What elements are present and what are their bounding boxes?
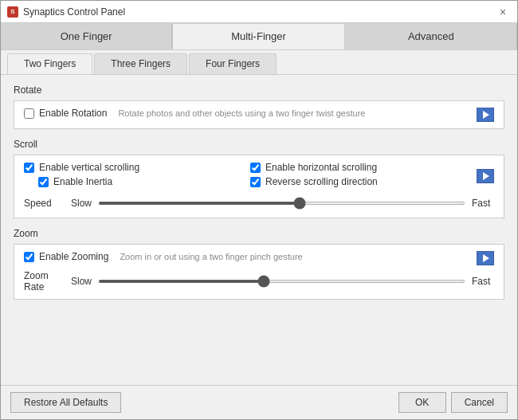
scroll-right-col: Enable horizontal scrolling Reverse scro…	[250, 162, 477, 190]
content-area: Two Fingers Three Fingers Four Fingers R…	[1, 50, 517, 385]
window-title: Synaptics Control Panel	[23, 6, 125, 18]
restore-defaults-button[interactable]: Restore All Defaults	[10, 392, 121, 413]
enable-inertia-row: Enable Inertia	[38, 176, 250, 187]
app-icon: S	[7, 6, 18, 18]
scroll-box: Enable vertical scrolling Enable Inertia	[14, 155, 504, 218]
title-bar-left: S Synaptics Control Panel	[7, 6, 125, 18]
rotate-video-icon[interactable]	[477, 108, 494, 122]
play-icon	[483, 111, 489, 119]
zoom-rate-row: Zoom Rate Slow Fast	[24, 270, 494, 292]
zoom-description: Zoom in or out using a two finger pinch …	[120, 252, 302, 261]
enable-horizontal-label: Enable horizontal scrolling	[265, 162, 377, 173]
zoom-rate-slider[interactable]	[98, 280, 465, 283]
zoom-section: Zoom Enable Zooming Zoom in or out using…	[14, 228, 504, 300]
app-window: S Synaptics Control Panel × One Finger M…	[0, 0, 518, 420]
reverse-scrolling-checkbox[interactable]	[250, 177, 261, 187]
scroll-play-icon	[483, 172, 489, 180]
reverse-scrolling-label: Reverse scrolling direction	[265, 176, 378, 187]
rotate-box: Enable Rotation Rotate photos and other …	[14, 100, 504, 129]
zoom-fast-label: Fast	[472, 276, 494, 287]
scroll-left-col: Enable vertical scrolling Enable Inertia	[24, 162, 250, 190]
scroll-title: Scroll	[14, 139, 504, 150]
enable-rotation-checkbox[interactable]	[24, 108, 34, 119]
enable-zooming-label: Enable Zooming	[39, 251, 108, 262]
rotate-video-btn[interactable]	[477, 108, 494, 122]
scroll-video-btn[interactable]	[477, 169, 494, 183]
enable-inertia-label: Enable Inertia	[53, 176, 112, 187]
enable-vertical-label: Enable vertical scrolling	[39, 162, 139, 173]
scroll-checkboxes: Enable vertical scrolling Enable Inertia	[24, 162, 477, 190]
tab-one-finger[interactable]: One Finger	[1, 23, 172, 49]
zoom-play-icon	[483, 254, 489, 262]
sub-tabs: Two Fingers Three Fingers Four Fingers	[1, 50, 517, 75]
enable-zooming-row: Enable Zooming Zoom in or out using a tw…	[24, 251, 477, 262]
enable-horizontal-checkbox[interactable]	[250, 163, 261, 173]
sub-tab-three-fingers[interactable]: Three Fingers	[94, 53, 187, 74]
bottom-bar: Restore All Defaults OK Cancel	[1, 385, 517, 419]
sub-tab-four-fingers[interactable]: Four Fingers	[189, 53, 277, 74]
zoom-box: Enable Zooming Zoom in or out using a tw…	[14, 244, 504, 300]
zoom-video-icon-wrapper	[477, 251, 494, 265]
scroll-top-row: Enable vertical scrolling Enable Inertia	[24, 162, 494, 190]
scroll-speed-slider-container	[98, 195, 465, 211]
enable-rotation-label: Enable Rotation	[39, 108, 107, 119]
rotate-row: Enable Rotation Rotate photos and other …	[24, 108, 494, 122]
tab-advanced[interactable]: Advanced	[345, 23, 517, 49]
enable-horizontal-row: Enable horizontal scrolling	[250, 162, 477, 173]
speed-slow-label: Slow	[66, 198, 92, 209]
ok-button[interactable]: OK	[398, 392, 446, 413]
close-button[interactable]: ×	[495, 4, 511, 20]
zoom-title: Zoom	[14, 228, 504, 239]
enable-vertical-checkbox[interactable]	[24, 163, 34, 173]
scroll-video-icon-wrapper	[477, 169, 494, 183]
zoom-video-btn[interactable]	[477, 251, 494, 265]
enable-zooming-checkbox[interactable]	[24, 252, 34, 262]
reverse-scrolling-row: Reverse scrolling direction	[250, 176, 477, 187]
rotate-title: Rotate	[14, 84, 504, 96]
enable-rotation-row: Enable Rotation Rotate photos and other …	[24, 108, 365, 119]
zoom-rate-label: Zoom Rate	[24, 270, 60, 292]
enable-vertical-row: Enable vertical scrolling	[24, 162, 250, 173]
main-tabs: One Finger Multi-Finger Advanced	[1, 23, 517, 50]
enable-inertia-checkbox[interactable]	[38, 177, 49, 187]
rotate-description: Rotate photos and other objects using a …	[118, 108, 365, 118]
speed-label: Speed	[24, 198, 60, 209]
bottom-right-buttons: OK Cancel	[398, 392, 508, 413]
scroll-section: Scroll Enable vertical scrolling	[14, 139, 504, 218]
scroll-speed-row: Speed Slow Fast	[24, 195, 494, 211]
rotate-section: Rotate Enable Rotation Rotate photos and…	[14, 84, 504, 129]
sub-tab-two-fingers[interactable]: Two Fingers	[7, 53, 92, 74]
scroll-speed-slider[interactable]	[98, 202, 465, 205]
title-bar: S Synaptics Control Panel ×	[1, 1, 517, 23]
inner-content: Rotate Enable Rotation Rotate photos and…	[1, 75, 517, 385]
zoom-rate-slider-container	[98, 273, 465, 289]
tab-multi-finger[interactable]: Multi-Finger	[172, 23, 344, 49]
speed-fast-label: Fast	[472, 198, 494, 209]
cancel-button[interactable]: Cancel	[451, 392, 508, 413]
zoom-top-row: Enable Zooming Zoom in or out using a tw…	[24, 251, 494, 265]
zoom-slow-label: Slow	[66, 276, 92, 287]
